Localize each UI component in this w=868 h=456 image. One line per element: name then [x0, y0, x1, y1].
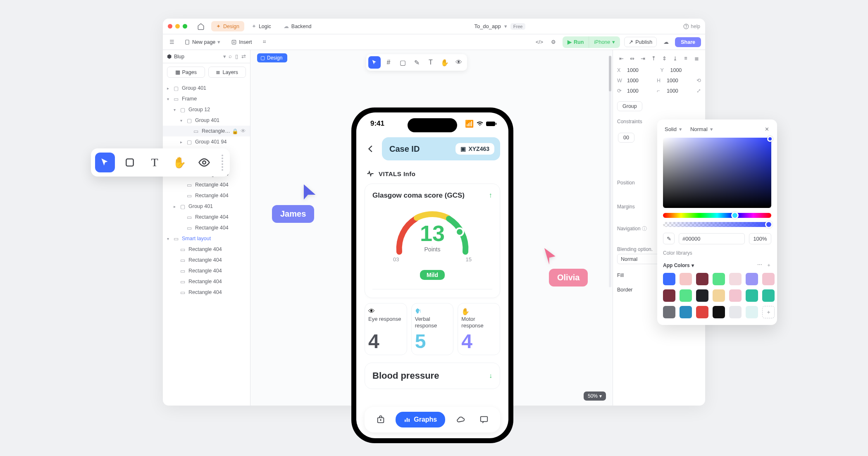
align-vcenter-icon[interactable]: ⇕: [660, 54, 668, 62]
color-swatch[interactable]: [746, 273, 758, 285]
verbal-response-card[interactable]: 🗣 Verbal response 5: [411, 303, 454, 355]
layer-row[interactable]: ▾▢Group 401: [163, 115, 250, 126]
device-select[interactable]: iPhone ▾: [589, 36, 620, 48]
color-swatch[interactable]: [680, 306, 692, 318]
alpha-slider[interactable]: [663, 222, 771, 227]
hex-input[interactable]: #00000: [679, 233, 745, 244]
layer-row[interactable]: ▭Rectangle 404: [163, 190, 250, 201]
project-name[interactable]: To_do_app: [474, 23, 501, 29]
blood-pressure-card[interactable]: Blood pressure ↓: [365, 363, 500, 389]
add-library-color[interactable]: ＋: [766, 262, 771, 269]
layer-row[interactable]: ▭Rectangle 404: [163, 212, 250, 222]
back-button[interactable]: [365, 144, 377, 153]
layer-row[interactable]: ▾▭Frame: [163, 93, 250, 104]
hue-knob[interactable]: [731, 212, 739, 219]
prop-h[interactable]: 1000: [667, 78, 678, 84]
align-top-icon[interactable]: ⤒: [649, 54, 658, 62]
color-swatch[interactable]: [663, 289, 675, 302]
hand-tool[interactable]: ✋: [439, 56, 451, 69]
nav-chat-button[interactable]: [475, 411, 493, 428]
shape-tool[interactable]: ▢: [396, 56, 409, 69]
menu-button[interactable]: ☰: [167, 37, 177, 47]
select-tool[interactable]: [368, 56, 381, 69]
saturation-value-area[interactable]: [663, 138, 771, 208]
eyedropper-button[interactable]: ✎: [663, 233, 675, 244]
minimize-window-button[interactable]: [175, 24, 180, 29]
select-tool-large[interactable]: [95, 153, 115, 172]
sv-knob[interactable]: [767, 136, 773, 142]
color-swatch[interactable]: [762, 289, 775, 302]
maximize-window-button[interactable]: [183, 24, 187, 29]
color-swatch[interactable]: [696, 306, 708, 318]
component-button[interactable]: ⌗: [260, 37, 269, 47]
color-swatch[interactable]: [663, 273, 675, 285]
color-swatch[interactable]: [713, 289, 725, 302]
color-swatch[interactable]: [696, 273, 708, 285]
close-icon[interactable]: ✕: [762, 124, 771, 134]
prop-radius[interactable]: 1000: [667, 88, 678, 94]
pen-tool[interactable]: ✎: [410, 56, 423, 69]
scrollbar-thumb[interactable]: [609, 56, 611, 91]
prop-w[interactable]: 1000: [627, 78, 639, 84]
more-icon[interactable]: ⋯: [757, 262, 762, 269]
canvas-scrollbar[interactable]: [609, 56, 611, 287]
close-window-button[interactable]: [168, 24, 172, 29]
insert-button[interactable]: Insert: [228, 38, 255, 47]
color-swatch[interactable]: [663, 306, 675, 318]
color-swatch[interactable]: [729, 306, 742, 318]
share-button[interactable]: Share: [675, 37, 701, 47]
nav-cloud-button[interactable]: [452, 411, 469, 428]
frame-tool[interactable]: #: [382, 56, 395, 69]
library-select[interactable]: App Colors ▾: [663, 263, 694, 268]
preview-tool-large[interactable]: [194, 153, 214, 172]
color-swatch[interactable]: [746, 289, 758, 302]
expand-radius-icon[interactable]: ⤢: [696, 88, 701, 94]
layer-row[interactable]: ▭Rectangle 404: [163, 244, 250, 255]
align-bottom-icon[interactable]: ⤓: [671, 54, 679, 62]
align-hcenter-icon[interactable]: ⇔: [628, 54, 636, 62]
hand-tool-large[interactable]: ✋: [169, 153, 189, 172]
code-button[interactable]: </>: [534, 37, 544, 47]
align-left-icon[interactable]: ⇤: [617, 54, 625, 62]
color-swatch[interactable]: [696, 289, 708, 302]
add-swatch-button[interactable]: ＋: [762, 306, 775, 318]
tab-logic[interactable]: ✦Logic: [247, 21, 276, 31]
chevron-down-icon[interactable]: ▾: [504, 23, 507, 29]
prop-rotation[interactable]: 1000: [627, 88, 639, 94]
settings-icon[interactable]: ⚙: [548, 37, 558, 47]
swap-icon[interactable]: ⇄: [241, 53, 246, 60]
color-swatch[interactable]: [680, 289, 692, 302]
layer-row[interactable]: ▸▢Group 401: [163, 83, 250, 93]
layer-row[interactable]: ▭Rectangle 404: [163, 287, 250, 298]
layer-row[interactable]: ▭Rectangle 404: [163, 179, 250, 190]
chevron-down-icon[interactable]: ▾: [223, 53, 226, 60]
layer-row[interactable]: ▭Rectangle 404: [163, 276, 250, 287]
text-tool-large[interactable]: T: [145, 153, 165, 172]
color-swatch[interactable]: [680, 273, 692, 285]
zoom-indicator[interactable]: 50% ▾: [584, 392, 606, 401]
group-indicator[interactable]: Group: [617, 101, 642, 111]
layer-row[interactable]: ▭Rectangle 404: [163, 255, 250, 265]
layer-row[interactable]: ▾▭Smart layout: [163, 233, 250, 244]
align-right-icon[interactable]: ⇥: [639, 54, 647, 62]
opacity-input[interactable]: 100%: [749, 233, 771, 244]
color-swatch[interactable]: [713, 306, 725, 318]
color-swatch[interactable]: [729, 289, 742, 302]
cloud-sync-icon[interactable]: ☁: [661, 37, 671, 47]
prop-y[interactable]: 1000: [670, 67, 682, 73]
text-tool[interactable]: T: [424, 56, 437, 69]
drag-handle[interactable]: [219, 153, 226, 172]
gcs-card[interactable]: Glasgow coma score (GCS) ↑ 13 Points 03 …: [365, 184, 500, 298]
alpha-knob[interactable]: [765, 221, 773, 228]
color-swatch[interactable]: [746, 306, 758, 318]
layer-row[interactable]: ▾▢Group 12: [163, 104, 250, 115]
search-icon[interactable]: ⌕: [229, 53, 232, 60]
tab-design[interactable]: ✦Design: [211, 21, 244, 31]
tab-pages[interactable]: ▦ Pages: [167, 67, 205, 78]
blend-select[interactable]: Normal ▾: [689, 125, 715, 134]
layer-row[interactable]: ▭Rectangle 404: [163, 222, 250, 233]
info-icon[interactable]: ⓘ: [642, 226, 647, 232]
nav-graphs-button[interactable]: Graphs: [396, 412, 445, 427]
rectangle-tool-large[interactable]: [120, 153, 140, 172]
constraint-value[interactable]: 00: [618, 133, 634, 143]
